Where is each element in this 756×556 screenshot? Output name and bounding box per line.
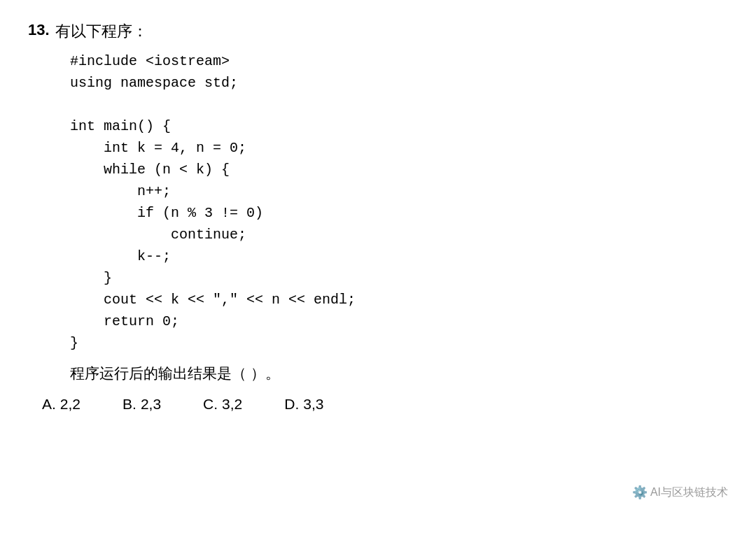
watermark-text: AI与区块链技术 [650, 485, 728, 500]
choice-item[interactable]: A.2,2 [42, 396, 80, 413]
question-number: 13. [28, 21, 50, 39]
choice-label: A. [42, 396, 56, 413]
watermark: ⚙️ AI与区块链技术 [632, 485, 728, 500]
code-line: } [70, 267, 728, 289]
code-block: #include <iostream>using namespace std; … [70, 50, 728, 354]
code-line: cout << k << "," << n << endl; [70, 289, 728, 311]
choice-label: C. [203, 396, 218, 413]
choice-label: B. [122, 396, 136, 413]
answer-choices: A.2,2B.2,3C.3,2D.3,3 [28, 396, 728, 413]
choice-value: 3,3 [303, 396, 323, 413]
code-line: while (n < k) { [70, 159, 728, 180]
code-line: #include <iostream> [70, 50, 728, 72]
code-line: return 0; [70, 311, 728, 332]
code-line: continue; [70, 224, 728, 245]
code-line: n++; [70, 180, 728, 202]
choice-item[interactable]: C.3,2 [203, 396, 242, 413]
choice-label: D. [284, 396, 299, 413]
code-line: if (n % 3 != 0) [70, 202, 728, 224]
choice-value: 2,3 [141, 396, 161, 413]
page-container: 13. 有以下程序： #include <iostream>using name… [0, 0, 756, 434]
choice-value: 2,2 [60, 396, 80, 413]
choice-value: 3,2 [222, 396, 242, 413]
answer-question: 程序运行后的输出结果是（ ）。 [70, 364, 728, 383]
choice-item[interactable]: D.3,3 [284, 396, 323, 413]
code-line: } [70, 332, 728, 354]
code-line [70, 94, 728, 115]
watermark-icon: ⚙️ [632, 485, 648, 500]
code-line: k--; [70, 245, 728, 267]
code-line: int main() { [70, 115, 728, 137]
code-line: int k = 4, n = 0; [70, 137, 728, 159]
choice-item[interactable]: B.2,3 [122, 396, 161, 413]
code-line: using namespace std; [70, 72, 728, 94]
question-header: 13. 有以下程序： [28, 21, 728, 42]
question-intro: 有以下程序： [55, 21, 148, 42]
